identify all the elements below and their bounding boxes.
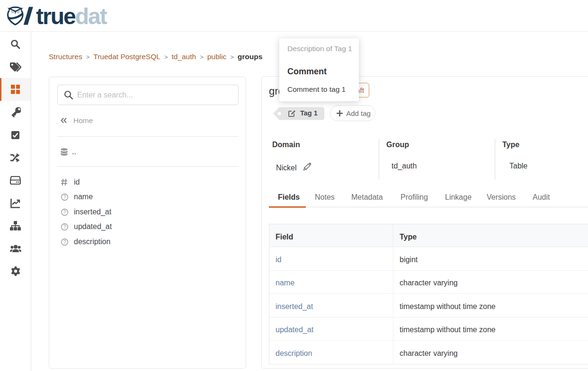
svg-text:truedat: truedat — [36, 4, 107, 29]
svg-text:?: ? — [63, 210, 66, 215]
svg-text:?: ? — [63, 239, 66, 245]
svg-text:?: ? — [63, 224, 66, 230]
svg-text:?: ? — [63, 194, 66, 200]
